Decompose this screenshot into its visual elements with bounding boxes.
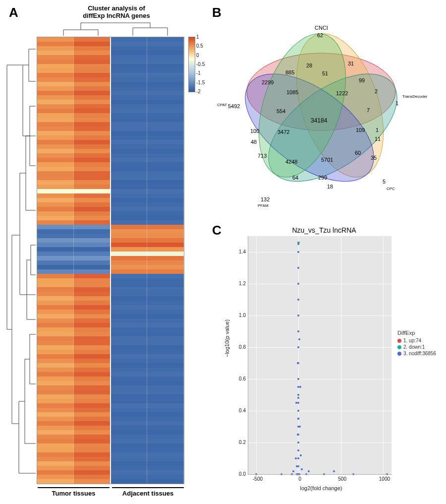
colorbar-tick: -2 <box>196 89 201 94</box>
scatter-point <box>297 449 299 451</box>
legend-swatch <box>397 339 401 343</box>
venn-n35: 35 <box>371 155 377 161</box>
scatter-point <box>297 362 299 364</box>
legend-label: 3. nodiff:36856 <box>403 351 436 356</box>
venn-n-cpat: 5492 <box>228 103 240 109</box>
scatter-point <box>297 251 299 253</box>
venn-n31: 31 <box>348 61 354 66</box>
scatter-ytick: 1.0 <box>237 313 246 318</box>
venn-n100: 100 <box>250 128 259 134</box>
venn-set-cpc: CPC <box>387 187 395 191</box>
venn-set-pfam: PFAM <box>258 203 269 208</box>
scatter-ylabel: −log10(p value) <box>224 319 230 357</box>
scatter-point <box>352 473 354 475</box>
venn-n64: 64 <box>292 175 298 181</box>
scatter-point <box>297 457 299 459</box>
scatter-point <box>297 410 299 412</box>
venn-n-center: 34184 <box>311 117 327 124</box>
scatter-point <box>308 470 310 472</box>
venn-n18: 18 <box>327 184 333 189</box>
scatter-point <box>295 457 297 459</box>
group-adjacent-label: Adjacent tissues <box>112 487 184 497</box>
heatmap-grid <box>37 37 184 484</box>
scatter-point <box>297 402 299 404</box>
legend-row: 2. down:1 <box>397 344 436 350</box>
scatter-point <box>292 470 294 472</box>
column-dendrogram <box>44 21 182 36</box>
colorbar-tick: 1 <box>196 34 199 40</box>
venn-n-cnci: 62 <box>317 32 323 38</box>
scatter-point <box>295 402 297 404</box>
scatter-point <box>297 418 299 420</box>
scatter-ytick: 0.6 <box>237 376 246 381</box>
scatter-point <box>291 473 293 475</box>
colorbar-tick: -0.5 <box>196 62 205 67</box>
venn-n1222: 1222 <box>336 90 348 96</box>
scatter-point <box>297 378 299 380</box>
scatter-point <box>305 473 307 475</box>
venn-set-transdecoder: TransDecoder <box>402 94 427 99</box>
scatter-point <box>301 468 303 470</box>
scatter-plot-area <box>248 236 391 474</box>
scatter-ytick: 0.4 <box>237 408 246 413</box>
venn-n48: 48 <box>251 139 257 145</box>
scatter-xlabel: log2(fold change) <box>281 485 361 491</box>
venn-n-td: 1 <box>395 100 398 106</box>
colorbar-gradient <box>188 37 195 92</box>
scatter-point <box>297 434 299 436</box>
legend-label: 2. down:1 <box>403 344 425 350</box>
scatter-point <box>298 473 300 475</box>
venn-diagram <box>212 10 430 213</box>
venn-n60: 60 <box>355 150 361 156</box>
scatter-ytick: 0.8 <box>237 344 246 350</box>
scatter-legend: DiffExp1. up:742. down:13. nodiff:36856 <box>397 330 436 357</box>
venn-n51: 51 <box>322 70 328 76</box>
scatter-ytick: 1.2 <box>237 281 246 286</box>
scatter-point <box>296 465 298 467</box>
scatter-point <box>299 386 301 388</box>
venn-n1085: 1085 <box>286 89 298 95</box>
legend-swatch <box>397 345 401 349</box>
venn-n1: 1 <box>376 127 379 133</box>
colorbar-tick: 0.5 <box>196 43 203 49</box>
scatter-point <box>297 330 299 332</box>
group-tumor-label: Tumor tissues <box>38 487 110 497</box>
scatter-point <box>280 473 282 475</box>
venn-n7: 7 <box>367 107 370 113</box>
venn-n28: 28 <box>306 63 312 68</box>
venn-set-cpat: CPAT <box>217 103 227 107</box>
legend-swatch <box>397 352 401 356</box>
venn-n554: 554 <box>277 108 285 114</box>
scatter-point <box>297 397 299 399</box>
venn-n713: 713 <box>258 153 267 159</box>
scatter-xtick: 0 <box>292 476 307 482</box>
legend-label: 1. up:74 <box>403 338 421 343</box>
scatter-point <box>297 441 299 443</box>
row-dendrogram <box>5 37 36 483</box>
scatter-point <box>300 454 302 456</box>
heatmap-title: Cluster analysis of diffExp lncRNA genes <box>59 5 173 20</box>
venn-n5701: 5701 <box>321 157 333 163</box>
colorbar-tick: -1 <box>196 70 201 76</box>
venn-n885: 885 <box>285 69 294 75</box>
scatter-xtick: -500 <box>250 476 265 482</box>
legend-row: 1. up:74 <box>397 338 436 343</box>
scatter-point <box>255 473 257 475</box>
venn-n99: 99 <box>359 77 365 83</box>
venn-n2: 2 <box>375 88 378 94</box>
scatter-point <box>298 242 300 244</box>
scatter-xtick: 1000 <box>377 476 392 482</box>
venn-n2299: 2299 <box>262 79 274 85</box>
venn-n-cpc: 5 <box>383 179 386 185</box>
scatter-point <box>297 283 299 285</box>
venn-n299: 299 <box>318 175 327 181</box>
scatter-ytick: 0.0 <box>237 471 246 477</box>
scatter-point <box>297 394 299 396</box>
scatter-point <box>297 315 299 316</box>
colorbar-tick: -1.5 <box>196 80 205 85</box>
venn-n3472: 3472 <box>278 129 289 135</box>
scatter-ytick: 1.4 <box>237 249 246 254</box>
venn-n-pfam: 132 <box>261 196 270 202</box>
scatter-point <box>323 473 325 475</box>
panel-a-label: A <box>9 5 18 20</box>
